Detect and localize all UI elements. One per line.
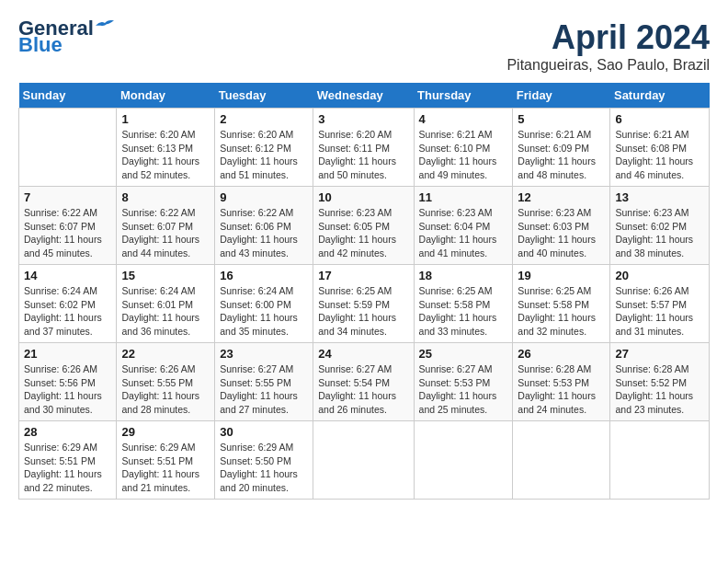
location-title: Pitangueiras, Sao Paulo, Brazil: [506, 57, 710, 74]
col-header-friday: Friday: [513, 83, 610, 109]
day-info: Sunrise: 6:22 AMSunset: 6:07 PMDaylight:…: [24, 206, 111, 260]
calendar-cell: 3Sunrise: 6:20 AMSunset: 6:11 PMDaylight…: [313, 109, 414, 187]
day-number: 14: [24, 269, 111, 282]
day-info: Sunrise: 6:28 AMSunset: 5:52 PMDaylight:…: [615, 362, 704, 417]
day-number: 28: [24, 425, 111, 439]
day-info: Sunrise: 6:24 AMSunset: 6:00 PMDaylight:…: [220, 284, 308, 339]
day-info: Sunrise: 6:26 AMSunset: 5:56 PMDaylight:…: [24, 362, 111, 417]
day-number: 6: [615, 112, 704, 126]
day-number: 30: [220, 425, 308, 439]
day-number: 23: [220, 347, 308, 361]
calendar-cell: 19Sunrise: 6:25 AMSunset: 5:58 PMDayligh…: [513, 265, 610, 343]
calendar-cell: 12Sunrise: 6:23 AMSunset: 6:03 PMDayligh…: [513, 187, 610, 265]
week-row-1: 1Sunrise: 6:20 AMSunset: 6:13 PMDaylight…: [19, 109, 710, 187]
day-info: Sunrise: 6:27 AMSunset: 5:53 PMDaylight:…: [419, 362, 508, 417]
day-number: 29: [121, 425, 210, 439]
day-number: 19: [518, 269, 605, 282]
day-number: 18: [419, 269, 508, 282]
calendar-cell: [414, 421, 513, 500]
calendar-cell: 27Sunrise: 6:28 AMSunset: 5:52 PMDayligh…: [610, 343, 710, 421]
day-info: Sunrise: 6:27 AMSunset: 5:55 PMDaylight:…: [220, 362, 308, 417]
day-info: Sunrise: 6:21 AMSunset: 6:10 PMDaylight:…: [419, 128, 508, 182]
day-info: Sunrise: 6:24 AMSunset: 6:01 PMDaylight:…: [121, 284, 210, 339]
day-number: 27: [615, 347, 704, 361]
calendar-cell: 16Sunrise: 6:24 AMSunset: 6:00 PMDayligh…: [215, 265, 313, 343]
day-info: Sunrise: 6:29 AMSunset: 5:51 PMDaylight:…: [121, 441, 210, 495]
calendar-cell: 30Sunrise: 6:29 AMSunset: 5:50 PMDayligh…: [215, 421, 313, 500]
day-info: Sunrise: 6:26 AMSunset: 5:55 PMDaylight:…: [121, 362, 210, 417]
calendar-cell: 11Sunrise: 6:23 AMSunset: 6:04 PMDayligh…: [414, 187, 513, 265]
title-block: April 2024 Pitangueiras, Sao Paulo, Braz…: [506, 18, 710, 74]
calendar-cell: 6Sunrise: 6:21 AMSunset: 6:08 PMDaylight…: [610, 109, 710, 187]
day-info: Sunrise: 6:21 AMSunset: 6:09 PMDaylight:…: [518, 128, 605, 182]
calendar-cell: [19, 109, 117, 187]
day-info: Sunrise: 6:24 AMSunset: 6:02 PMDaylight:…: [24, 284, 111, 339]
calendar-cell: 1Sunrise: 6:20 AMSunset: 6:13 PMDaylight…: [117, 109, 215, 187]
col-header-thursday: Thursday: [414, 83, 513, 109]
calendar-cell: 17Sunrise: 6:25 AMSunset: 5:59 PMDayligh…: [313, 265, 414, 343]
calendar-cell: 2Sunrise: 6:20 AMSunset: 6:12 PMDaylight…: [215, 109, 313, 187]
month-title: April 2024: [506, 18, 710, 57]
day-number: 26: [518, 347, 605, 361]
day-number: 21: [24, 347, 111, 361]
day-info: Sunrise: 6:20 AMSunset: 6:12 PMDaylight:…: [220, 128, 308, 182]
day-number: 9: [220, 190, 308, 204]
calendar-cell: 23Sunrise: 6:27 AMSunset: 5:55 PMDayligh…: [215, 343, 313, 421]
day-info: Sunrise: 6:20 AMSunset: 6:11 PMDaylight:…: [318, 128, 408, 182]
page-header: General Blue April 2024 Pitangueiras, Sa…: [18, 18, 710, 74]
logo-bird-icon: [96, 18, 114, 31]
calendar-cell: 4Sunrise: 6:21 AMSunset: 6:10 PMDaylight…: [414, 109, 513, 187]
day-number: 7: [24, 190, 111, 204]
day-info: Sunrise: 6:23 AMSunset: 6:05 PMDaylight:…: [318, 206, 408, 260]
day-number: 1: [121, 112, 210, 126]
day-number: 3: [318, 112, 408, 126]
day-info: Sunrise: 6:29 AMSunset: 5:51 PMDaylight:…: [24, 441, 111, 495]
col-header-saturday: Saturday: [610, 83, 710, 109]
calendar-table: SundayMondayTuesdayWednesdayThursdayFrid…: [18, 83, 710, 500]
week-row-4: 21Sunrise: 6:26 AMSunset: 5:56 PMDayligh…: [19, 343, 710, 421]
day-info: Sunrise: 6:26 AMSunset: 5:57 PMDaylight:…: [615, 284, 704, 339]
day-info: Sunrise: 6:23 AMSunset: 6:04 PMDaylight:…: [419, 206, 508, 260]
day-number: 15: [121, 269, 210, 282]
calendar-cell: 9Sunrise: 6:22 AMSunset: 6:06 PMDaylight…: [215, 187, 313, 265]
calendar-cell: 5Sunrise: 6:21 AMSunset: 6:09 PMDaylight…: [513, 109, 610, 187]
day-number: 16: [220, 269, 308, 282]
day-number: 12: [518, 190, 605, 204]
week-row-3: 14Sunrise: 6:24 AMSunset: 6:02 PMDayligh…: [19, 265, 710, 343]
calendar-cell: 15Sunrise: 6:24 AMSunset: 6:01 PMDayligh…: [117, 265, 215, 343]
calendar-cell: 24Sunrise: 6:27 AMSunset: 5:54 PMDayligh…: [313, 343, 414, 421]
calendar-cell: [610, 421, 710, 500]
day-info: Sunrise: 6:23 AMSunset: 6:02 PMDaylight:…: [615, 206, 704, 260]
col-header-monday: Monday: [117, 83, 215, 109]
day-number: 17: [318, 269, 408, 282]
day-number: 13: [615, 190, 704, 204]
calendar-cell: 13Sunrise: 6:23 AMSunset: 6:02 PMDayligh…: [610, 187, 710, 265]
day-number: 5: [518, 112, 605, 126]
week-row-5: 28Sunrise: 6:29 AMSunset: 5:51 PMDayligh…: [19, 421, 710, 500]
day-info: Sunrise: 6:28 AMSunset: 5:53 PMDaylight:…: [518, 362, 605, 417]
day-info: Sunrise: 6:25 AMSunset: 5:59 PMDaylight:…: [318, 284, 408, 339]
calendar-cell: [513, 421, 610, 500]
day-number: 2: [220, 112, 308, 126]
calendar-cell: 20Sunrise: 6:26 AMSunset: 5:57 PMDayligh…: [610, 265, 710, 343]
day-number: 8: [121, 190, 210, 204]
logo-blue-text: Blue: [18, 35, 63, 55]
week-row-2: 7Sunrise: 6:22 AMSunset: 6:07 PMDaylight…: [19, 187, 710, 265]
calendar-cell: 25Sunrise: 6:27 AMSunset: 5:53 PMDayligh…: [414, 343, 513, 421]
col-header-wednesday: Wednesday: [313, 83, 414, 109]
col-header-tuesday: Tuesday: [215, 83, 313, 109]
day-number: 22: [121, 347, 210, 361]
calendar-cell: 7Sunrise: 6:22 AMSunset: 6:07 PMDaylight…: [19, 187, 117, 265]
col-header-sunday: Sunday: [19, 83, 117, 109]
calendar-cell: 14Sunrise: 6:24 AMSunset: 6:02 PMDayligh…: [19, 265, 117, 343]
calendar-cell: 21Sunrise: 6:26 AMSunset: 5:56 PMDayligh…: [19, 343, 117, 421]
day-info: Sunrise: 6:22 AMSunset: 6:07 PMDaylight:…: [121, 206, 210, 260]
calendar-cell: 18Sunrise: 6:25 AMSunset: 5:58 PMDayligh…: [414, 265, 513, 343]
logo: General Blue: [18, 18, 114, 55]
day-info: Sunrise: 6:25 AMSunset: 5:58 PMDaylight:…: [518, 284, 605, 339]
calendar-cell: 8Sunrise: 6:22 AMSunset: 6:07 PMDaylight…: [117, 187, 215, 265]
day-number: 24: [318, 347, 408, 361]
day-info: Sunrise: 6:22 AMSunset: 6:06 PMDaylight:…: [220, 206, 308, 260]
day-number: 25: [419, 347, 508, 361]
calendar-cell: [313, 421, 414, 500]
